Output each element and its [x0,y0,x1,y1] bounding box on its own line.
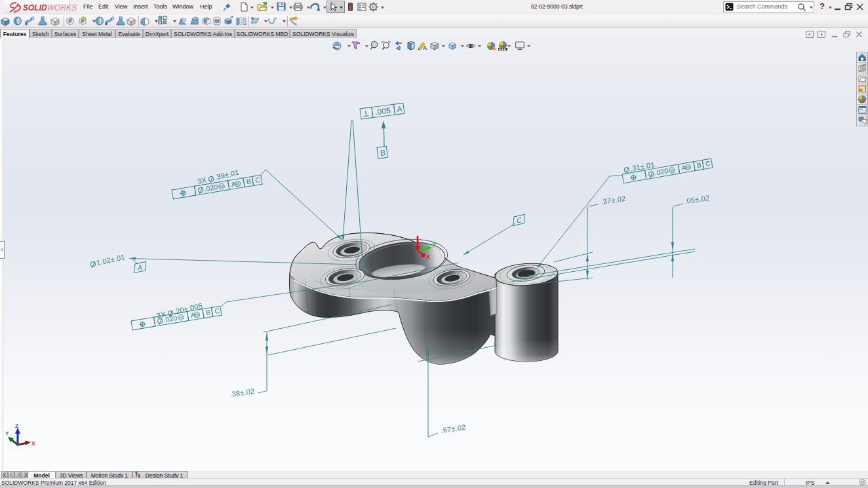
svg-text:.05±.02: .05±.02 [684,194,710,205]
svg-text:A: A [423,45,427,51]
svg-text:Z: Z [15,423,18,429]
svg-text:B: B [380,148,386,158]
svg-text:C: C [705,159,711,168]
svg-text:.005: .005 [374,105,391,117]
svg-text:B: B [246,177,252,185]
svg-text:C: C [214,307,220,315]
svg-text:X: X [426,253,430,260]
svg-text:A: A [397,104,403,114]
svg-text:M: M [686,165,690,170]
svg-text:Y: Y [433,241,437,248]
svg-text:A: A [138,263,144,272]
svg-text:X: X [31,440,35,447]
svg-text:.020: .020 [654,166,669,177]
svg-text:.37±.02: .37±.02 [601,195,626,206]
svg-text:M: M [195,312,199,317]
svg-text:.20±.005: .20±.005 [173,301,203,316]
svg-text:.67±.02: .67±.02 [441,423,466,434]
svg-text:.38±.02: .38±.02 [229,387,255,398]
svg-text:M: M [220,184,224,189]
svg-text:M: M [179,315,184,320]
svg-text:M: M [235,181,240,186]
svg-text:1.02±.01: 1.02±.01 [96,253,126,267]
svg-text:Y: Y [5,430,9,436]
svg-text:B: B [205,308,211,316]
svg-text:B: B [696,160,702,169]
svg-text:3X: 3X [197,176,208,185]
svg-text:.020: .020 [203,183,218,193]
svg-text:M: M [670,168,675,173]
svg-text:.020: .020 [163,314,178,324]
svg-text:C: C [517,216,523,225]
svg-text:C: C [254,176,261,184]
